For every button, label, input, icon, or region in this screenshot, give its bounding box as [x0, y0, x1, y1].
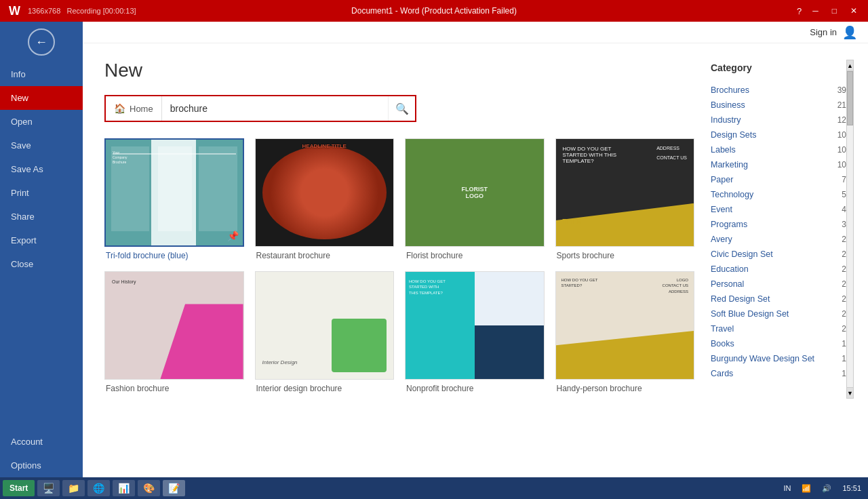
category-paper[interactable]: Paper 7	[711, 172, 846, 187]
sidebar-item-options[interactable]: Options	[0, 454, 83, 477]
user-avatar: 👤	[842, 25, 857, 40]
back-button[interactable]: ←	[28, 28, 55, 56]
category-cards[interactable]: Cards 1	[711, 366, 846, 381]
taskbar-app-2[interactable]: 📁	[62, 480, 85, 496]
search-input[interactable]	[162, 96, 388, 121]
scroll-down-button[interactable]: ▼	[847, 387, 853, 398]
category-count: 2	[842, 309, 846, 319]
template-label-interior: Interior design brochure	[255, 384, 395, 393]
template-thumb-sports: HOW DO YOU GETSTARTED WITH THISTEMPLATE?…	[555, 138, 695, 247]
sidebar-item-print[interactable]: Print	[0, 181, 83, 205]
sidebar-item-new[interactable]: New	[0, 86, 83, 110]
template-handyperson[interactable]: HOW DO YOU GETSTARTED? LOGOCONTACT USADD…	[555, 271, 695, 393]
category-count: 2	[842, 235, 846, 244]
category-burgundy-wave[interactable]: Burgundy Wave Design Set 1	[711, 351, 846, 366]
taskbar-network-icon: 📶	[797, 484, 815, 493]
category-name: Burgundy Wave Design Set	[711, 354, 814, 363]
template-florist[interactable]: FLORISTLOGO Florist brochure	[405, 138, 545, 260]
category-count: 2	[842, 264, 846, 274]
start-label: Start	[9, 483, 28, 493]
category-name: Technology	[711, 190, 753, 199]
sidebar-item-open[interactable]: Open	[0, 110, 83, 134]
category-event[interactable]: Event 4	[711, 202, 846, 217]
template-interior[interactable]: Interior Design Interior design brochure	[255, 271, 395, 393]
category-count: 39	[837, 85, 846, 95]
category-red-design-set[interactable]: Red Design Set 2	[711, 292, 846, 306]
category-programs[interactable]: Programs 3	[711, 217, 846, 232]
scroll-thumb[interactable]	[847, 71, 853, 125]
help-icon[interactable]: ?	[797, 6, 802, 16]
home-label: Home	[130, 104, 153, 114]
app-body: ← Info New Open Save Save As Print Share…	[0, 22, 868, 477]
category-count: 10	[837, 145, 846, 155]
template-nonprofit[interactable]: HOW DO YOU GETSTARTED WITHTHIS TEMPLATE?…	[405, 271, 545, 393]
taskbar-time: 15:51	[838, 484, 865, 492]
scroll-up-button[interactable]: ▲	[847, 60, 853, 71]
template-trifold-blue[interactable]: YourCompanyBrochure 📌 Tri-fold brochure …	[104, 138, 244, 260]
taskbar-app-4[interactable]: 📊	[113, 480, 135, 496]
category-brochures[interactable]: Brochures 39	[711, 83, 846, 98]
minimize-button[interactable]: ─	[807, 5, 824, 17]
sign-in-button[interactable]: Sign in	[810, 27, 837, 37]
sidebar-item-account[interactable]: Account	[0, 430, 83, 454]
category-count: 5	[842, 190, 846, 199]
template-label-handyperson: Handy-person brochure	[555, 384, 695, 393]
category-labels[interactable]: Labels 10	[711, 142, 846, 157]
taskbar-word-app[interactable]: 📝	[163, 480, 185, 496]
category-personal[interactable]: Personal 2	[711, 277, 846, 292]
title-bar-controls: ? ─ □ ✕	[727, 5, 863, 17]
category-civic-design-set[interactable]: Civic Design Set 2	[711, 247, 846, 262]
taskbar-icon-4: 📊	[118, 483, 130, 494]
page-title: New	[104, 60, 694, 81]
category-scrollbar[interactable]: ▲ ▼	[846, 60, 854, 399]
category-design-sets[interactable]: Design Sets 10	[711, 127, 846, 142]
pin-icon: 📌	[227, 231, 239, 241]
start-button[interactable]: Start	[3, 480, 35, 496]
category-name: Design Sets	[711, 130, 756, 140]
category-count: 10	[837, 130, 846, 140]
taskbar-icon-5: 🎨	[143, 483, 155, 494]
thumb-art-fashion: Our History	[105, 272, 243, 379]
template-fashion[interactable]: Our History Fashion brochure	[104, 271, 244, 393]
category-name: Civic Design Set	[711, 250, 773, 259]
category-count: 3	[842, 220, 846, 229]
category-marketing[interactable]: Marketing 10	[711, 157, 846, 172]
category-count: 2	[842, 279, 846, 289]
sidebar-item-save[interactable]: Save	[0, 134, 83, 157]
taskbar-icon-word: 📝	[168, 483, 180, 494]
taskbar-app-5[interactable]: 🎨	[138, 480, 160, 496]
category-name: Brochures	[711, 85, 749, 95]
taskbar-app-3[interactable]: 🌐	[87, 480, 110, 496]
category-travel[interactable]: Travel 2	[711, 321, 846, 336]
restore-button[interactable]: □	[827, 5, 842, 17]
category-count: 4	[842, 205, 846, 214]
template-sports[interactable]: HOW DO YOU GETSTARTED WITH THISTEMPLATE?…	[555, 138, 695, 260]
taskbar-app-1[interactable]: 🖥️	[37, 480, 60, 496]
category-technology[interactable]: Technology 5	[711, 187, 846, 202]
category-avery[interactable]: Avery 2	[711, 232, 846, 247]
category-business[interactable]: Business 21	[711, 98, 846, 113]
category-industry[interactable]: Industry 12	[711, 113, 846, 127]
sidebar-item-close[interactable]: Close	[0, 252, 83, 276]
category-name: Paper	[711, 175, 733, 184]
sidebar: ← Info New Open Save Save As Print Share…	[0, 22, 83, 477]
category-panel: Category Brochures 39 Business 21	[711, 60, 846, 461]
template-restaurant[interactable]: HEADLINE TITLE Restaurant brochure	[255, 138, 395, 260]
search-icon: 🔍	[395, 102, 409, 115]
template-thumb-florist: FLORISTLOGO	[405, 138, 545, 247]
thumb-art-florist: FLORISTLOGO	[406, 139, 544, 246]
close-button[interactable]: ✕	[845, 5, 863, 17]
sidebar-item-saveas[interactable]: Save As	[0, 157, 83, 181]
sidebar-item-share[interactable]: Share	[0, 205, 83, 228]
sidebar-item-export[interactable]: Export	[0, 228, 83, 252]
sidebar-item-info[interactable]: Info	[0, 62, 83, 86]
search-home-button[interactable]: 🏠 Home	[106, 96, 162, 121]
category-books[interactable]: Books 1	[711, 336, 846, 351]
category-soft-blue[interactable]: Soft Blue Design Set 2	[711, 306, 846, 321]
search-button[interactable]: 🔍	[388, 96, 415, 121]
category-name: Industry	[711, 115, 741, 125]
content-header: Sign in 👤	[83, 22, 868, 43]
home-icon: 🏠	[114, 103, 125, 114]
category-education[interactable]: Education 2	[711, 262, 846, 277]
category-name: Business	[711, 100, 745, 110]
